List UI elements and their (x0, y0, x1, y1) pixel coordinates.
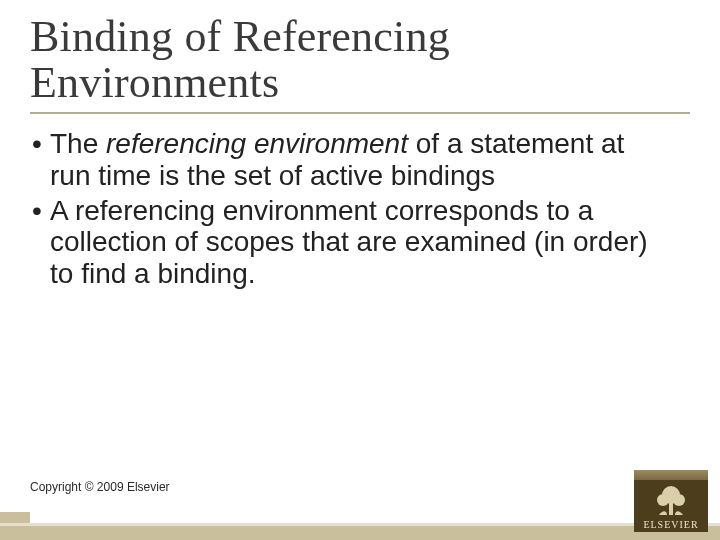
tree-icon (651, 483, 691, 517)
svg-point-3 (673, 494, 685, 506)
slide: Binding of Referencing Environments The … (0, 0, 720, 540)
elsevier-logo: ELSEVIER (634, 470, 708, 532)
bullet-item: The referencing environment of a stateme… (32, 128, 670, 191)
copyright-text: Copyright © 2009 Elsevier (30, 480, 170, 494)
bullet-text-pre: A referencing environment corresponds to… (50, 195, 648, 289)
bullet-text-italic: referencing environment (106, 128, 408, 159)
bullet-text-pre: The (50, 128, 106, 159)
bullet-item: A referencing environment corresponds to… (32, 195, 670, 289)
slide-body: The referencing environment of a stateme… (30, 128, 670, 289)
logo-top-band (634, 470, 708, 480)
svg-rect-0 (669, 503, 673, 515)
slide-title: Binding of Referencing Environments (30, 14, 690, 106)
title-rule (30, 112, 690, 114)
bottom-accent-bar (0, 526, 720, 540)
svg-point-2 (657, 494, 669, 506)
logo-label: ELSEVIER (643, 519, 698, 530)
